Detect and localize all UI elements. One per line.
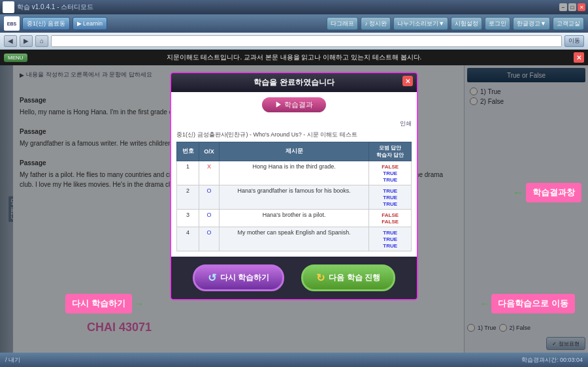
window-title: 학습 v1.0.4.1 - 스터디모드 bbox=[17, 3, 557, 12]
callout-result: 학습결과창 ← bbox=[526, 183, 581, 202]
window-title-bar: 학습 v1.0.4.1 - 스터디모드 − □ ✕ bbox=[0, 0, 588, 14]
result-button-area: ▶ 학습결과 bbox=[176, 97, 412, 112]
results-table: 번호 O/X 제시문 모범 답안학습자 답안 1 X Hong Hana is … bbox=[176, 142, 412, 251]
callout-retry-text: 다시 학습하기 bbox=[72, 298, 125, 308]
main-toolbar: EBS 중1(신) 음료동 ▶ Learnin 다그래프 ♪ 정시완 나누기소리… bbox=[0, 14, 588, 33]
cell-ox-2: O bbox=[199, 185, 220, 209]
cell-text-2: Hana's grandfather is famous for his boo… bbox=[219, 185, 369, 209]
language-button[interactable]: 한글경고▼ bbox=[513, 17, 550, 30]
cell-answers-1: FALSE TRUE TRUE bbox=[369, 161, 412, 185]
status-left: / 내기 bbox=[5, 356, 20, 364]
menu-button[interactable]: MENU bbox=[4, 54, 27, 62]
maximize-button[interactable]: □ bbox=[568, 3, 576, 11]
app-logo bbox=[3, 1, 14, 13]
result-button[interactable]: ▶ 학습결과 bbox=[262, 97, 326, 112]
result-subtitle: 중1(신) 금성출판사(민찬규) - Who's Around Us? - 시문… bbox=[176, 131, 412, 139]
status-right: 학습경과시간: 00:03:04 bbox=[521, 356, 583, 364]
login-button[interactable]: 로그인 bbox=[485, 17, 510, 30]
minimize-button[interactable]: − bbox=[559, 3, 567, 11]
cell-num-3: 3 bbox=[177, 209, 199, 227]
table-row: 1 X Hong Hana is in the third grade. FAL… bbox=[177, 161, 412, 185]
modal-overlay: 학습을 완료하였습니다 ✕ ▶ 학습결과 인쇄 중1(신) 금성출판사(민찬규)… bbox=[0, 65, 588, 353]
cell-text-4: My mother can speak English and Spanish. bbox=[219, 227, 369, 251]
main-content-area: CTRL+D ▶ 내용을 작성하고 오른쪽에서 과 문항에 답하세요 The S… bbox=[0, 65, 588, 353]
print-button[interactable]: 인쇄 bbox=[400, 120, 412, 128]
window-controls: − □ ✕ bbox=[559, 3, 585, 11]
cell-ox-4: O bbox=[199, 227, 220, 251]
modal-close-button[interactable]: ✕ bbox=[402, 76, 413, 86]
col-answers: 모범 답안학습자 답안 bbox=[369, 142, 412, 161]
instruction-text: 지문이해도 테스트입니다. 교과서 본문 내용을 읽고나 이해하고 있는지 테스… bbox=[20, 53, 568, 62]
col-num: 번호 bbox=[177, 142, 199, 161]
forward-button[interactable]: ▶ bbox=[20, 35, 33, 47]
cell-answers-3: FALSE FALSE bbox=[369, 209, 412, 227]
cell-num-4: 4 bbox=[177, 227, 199, 251]
modal-title-bar: 학습을 완료하였습니다 ✕ bbox=[171, 73, 417, 92]
home-button[interactable]: ⌂ bbox=[35, 35, 48, 47]
arrow-left-icon: ← bbox=[513, 187, 523, 199]
callout-retry: 다시 학습하기 → bbox=[65, 294, 132, 313]
cell-text-1: Hong Hana is in the third grade. bbox=[219, 161, 369, 185]
close-window-button[interactable]: ✕ bbox=[578, 3, 585, 11]
course-button[interactable]: 중1(신) 음료동 bbox=[22, 17, 70, 30]
next-icon: ↻ bbox=[316, 272, 325, 284]
table-row: 3 O Hana's brother is a pilot. FALSE FAL… bbox=[177, 209, 412, 227]
support-button[interactable]: 고객교실 bbox=[553, 17, 584, 30]
instruction-close-button[interactable]: ✕ bbox=[574, 52, 584, 63]
modal-title: 학습을 완료하였습니다 bbox=[253, 77, 334, 88]
next-label: 다음 학습 진행 bbox=[329, 272, 380, 283]
retry-icon: ↺ bbox=[208, 272, 216, 284]
callout-next: 다음학습으로 이동 ← bbox=[491, 294, 575, 313]
cell-num-1: 1 bbox=[177, 161, 199, 185]
cell-ox-1: X bbox=[199, 161, 220, 185]
next-button[interactable]: ↻ 다음 학습 진행 bbox=[301, 264, 395, 291]
modal-dialog: 학습을 완료하였습니다 ✕ ▶ 학습결과 인쇄 중1(신) 금성출판사(민찬규)… bbox=[170, 72, 418, 300]
address-bar bbox=[51, 35, 562, 47]
cell-text-3: Hana's brother is a pilot. bbox=[219, 209, 369, 227]
col-ox: O/X bbox=[199, 142, 220, 161]
sound-button[interactable]: ♪ 정시완 bbox=[361, 17, 391, 30]
print-area: 인쇄 bbox=[176, 116, 412, 128]
cell-ox-3: O bbox=[199, 209, 220, 227]
cell-answers-4: TRUE TRUE TRUE bbox=[369, 227, 412, 251]
toolbar-logo: EBS bbox=[4, 16, 20, 31]
arrow-left-icon: ← bbox=[480, 298, 489, 309]
navigation-bar: ◀ ▶ ⌂ 이동 bbox=[0, 33, 588, 50]
table-row: 4 O My mother can speak English and Span… bbox=[177, 227, 412, 251]
retry-label: 다시 학습하기 bbox=[220, 272, 269, 283]
table-row: 2 O Hana's grandfather is famous for his… bbox=[177, 185, 412, 209]
settings-button[interactable]: 시험설정 bbox=[451, 17, 482, 30]
share-button[interactable]: 나누기소리보기▼ bbox=[393, 17, 448, 30]
modal-footer: ↺ 다시 학습하기 ↻ 다음 학습 진행 bbox=[171, 257, 417, 299]
back-button[interactable]: ◀ bbox=[4, 35, 17, 47]
callout-result-text: 학습결과창 bbox=[532, 187, 575, 197]
modal-body: ▶ 학습결과 인쇄 중1(신) 금성출판사(민찬규) - Who's Aroun… bbox=[171, 92, 417, 257]
callout-next-text: 다음학습으로 이동 bbox=[498, 298, 568, 308]
learn-button[interactable]: ▶ Learnin bbox=[73, 17, 108, 30]
cell-answers-2: TRUE TRUE TRUE bbox=[369, 185, 412, 209]
instruction-bar: MENU 지문이해도 테스트입니다. 교과서 본문 내용을 읽고나 이해하고 있… bbox=[0, 50, 588, 65]
arrow-right-icon: → bbox=[135, 298, 144, 309]
status-bar: / 내기 학습경과시간: 00:03:04 bbox=[0, 353, 588, 367]
retry-button[interactable]: ↺ 다시 학습하기 bbox=[193, 264, 284, 291]
result-info: 중1(신) 금성출판사(민찬규) - Who's Around Us? - 시문… bbox=[176, 131, 412, 139]
cell-num-2: 2 bbox=[177, 185, 199, 209]
col-text: 제시문 bbox=[219, 142, 369, 161]
graph-button[interactable]: 다그래프 bbox=[327, 17, 358, 30]
go-button[interactable]: 이동 bbox=[564, 35, 584, 47]
